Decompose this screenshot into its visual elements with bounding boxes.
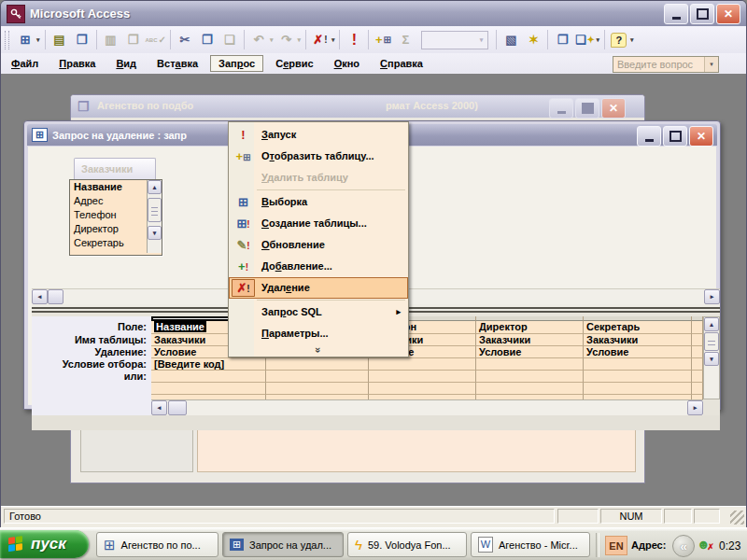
- taskbar-button-query[interactable]: ⊞ Запрос на удал...: [222, 532, 344, 557]
- grid-cell-or[interactable]: [266, 371, 369, 383]
- grid-cell-empty[interactable]: [369, 383, 476, 395]
- print-preview-button[interactable]: ❐: [123, 30, 144, 50]
- menu-item-make-table[interactable]: ⊞! Создание таблицы...: [229, 213, 408, 234]
- run-button[interactable]: !: [344, 30, 364, 50]
- grid-cell-empty[interactable]: [584, 383, 692, 395]
- grid-cell-or[interactable]: [369, 371, 476, 383]
- grid-cell-delete[interactable]: Условие: [584, 346, 692, 358]
- database-window-button[interactable]: ❐: [552, 30, 572, 50]
- grid-cell-field[interactable]: Директор: [476, 321, 584, 334]
- menu-item-update-query[interactable]: ✎! Обновление: [229, 234, 408, 256]
- grid-cell-criteria[interactable]: [266, 358, 369, 371]
- scroll-left-icon[interactable]: ◂: [32, 289, 48, 304]
- menu-view[interactable]: Вид: [107, 55, 145, 72]
- scroll-thumb[interactable]: [48, 289, 63, 304]
- scroll-down-icon[interactable]: ▾: [704, 352, 719, 366]
- scroll-right-icon[interactable]: ▸: [687, 400, 703, 415]
- field-list-header[interactable]: Заказчики: [74, 158, 156, 179]
- help-button[interactable]: ?: [609, 30, 629, 50]
- undo-dropdown-icon[interactable]: ▾: [270, 36, 274, 44]
- query-minimize-button[interactable]: [637, 126, 661, 147]
- menu-window[interactable]: Окно: [326, 55, 368, 72]
- grid-cell-empty[interactable]: [151, 383, 266, 395]
- file-search-button[interactable]: ❐: [72, 30, 92, 50]
- query-close-button[interactable]: ✕: [689, 126, 713, 147]
- paste-button[interactable]: ❏: [219, 30, 240, 50]
- new-object-dropdown-icon[interactable]: ▾: [596, 36, 599, 44]
- menu-insert[interactable]: Вставка: [148, 55, 206, 72]
- taskbar-button-word[interactable]: W Агенство - Micr...: [471, 532, 590, 557]
- view-dropdown-icon[interactable]: ▾: [36, 36, 40, 44]
- undo-button[interactable]: ↶: [248, 30, 269, 50]
- copy-button[interactable]: ❐: [197, 30, 218, 50]
- grid-cell-empty[interactable]: [692, 383, 703, 395]
- save-button[interactable]: ▤: [49, 30, 70, 50]
- messenger-icon[interactable]: ☻✗: [697, 537, 711, 552]
- redo-dropdown-icon[interactable]: ▾: [297, 36, 301, 44]
- grid-cell-or[interactable]: [584, 371, 692, 383]
- grid-cell-table[interactable]: Заказчики: [476, 334, 584, 346]
- scroll-down-icon[interactable]: ▾: [148, 226, 162, 240]
- new-object-button[interactable]: ❏✦: [574, 30, 595, 50]
- menu-item-show-table[interactable]: +⊞ Отобразить таблицу...: [229, 146, 408, 167]
- menu-edit[interactable]: Правка: [50, 55, 104, 72]
- tray-collapse-icon[interactable]: «: [672, 535, 695, 557]
- spelling-button[interactable]: ABC✓: [146, 30, 166, 50]
- cut-button[interactable]: ✂: [175, 30, 195, 50]
- scroll-right-icon[interactable]: ▸: [704, 289, 720, 304]
- close-button[interactable]: ✕: [716, 4, 740, 24]
- resize-grip[interactable]: [730, 511, 744, 525]
- scroll-thumb[interactable]: [704, 332, 719, 351]
- tray-clock[interactable]: 0:23: [719, 539, 740, 553]
- language-indicator[interactable]: EN: [605, 536, 627, 555]
- menu-query[interactable]: Запрос: [210, 55, 263, 72]
- grid-hscrollbar[interactable]: ◂ ▸: [151, 399, 703, 415]
- scroll-thumb[interactable]: [168, 400, 187, 415]
- menu-item-append-query[interactable]: +! Добавление...: [229, 256, 408, 277]
- field-list-scrollbar[interactable]: ▴ ▾: [147, 180, 162, 253]
- question-dropdown-icon[interactable]: ▾: [704, 57, 718, 72]
- show-table-button[interactable]: +⊞: [373, 30, 393, 50]
- grid-cell-criteria[interactable]: [369, 358, 476, 371]
- toolbar-options-icon[interactable]: ▾: [630, 36, 634, 44]
- scroll-up-icon[interactable]: ▴: [148, 180, 162, 194]
- menu-tools[interactable]: Сервис: [267, 55, 321, 72]
- menu-item-sql-query[interactable]: Запрос SQL ▸: [229, 301, 408, 323]
- minimize-button[interactable]: [664, 4, 688, 24]
- print-button[interactable]: ▥: [101, 30, 121, 50]
- menu-file[interactable]: Файл: [3, 55, 47, 72]
- menu-item-parameters[interactable]: Параметры...: [229, 323, 408, 344]
- menu-item-select-query[interactable]: ⊞ Выборка: [229, 191, 408, 213]
- start-button[interactable]: пуск: [0, 530, 89, 558]
- menu-expand-chevron[interactable]: »: [229, 344, 408, 357]
- grid-cell-empty[interactable]: [266, 383, 369, 395]
- totals-button[interactable]: Σ: [395, 30, 416, 50]
- ask-question-box[interactable]: Введите вопрос ▾: [613, 56, 719, 73]
- grid-cell-table[interactable]: Заказчики: [584, 334, 692, 346]
- grid-cell-criteria[interactable]: [476, 358, 584, 371]
- toolbar-grip[interactable]: [5, 31, 9, 49]
- grid-cell-or[interactable]: [692, 371, 703, 383]
- query-maximize-button[interactable]: [663, 126, 687, 147]
- menu-item-run[interactable]: ! Запуск: [229, 124, 408, 146]
- grid-cell-field[interactable]: Секретарь: [584, 321, 692, 334]
- grid-cell-criteria[interactable]: [584, 358, 692, 371]
- grid-vscrollbar[interactable]: ▴ ▾: [703, 316, 720, 399]
- db-minimize-button[interactable]: [549, 98, 573, 119]
- redo-button[interactable]: ↷: [275, 30, 296, 50]
- db-close-button[interactable]: ✕: [601, 98, 626, 119]
- grid-cell-delete[interactable]: [692, 346, 703, 358]
- grid-cell-delete[interactable]: Условие: [476, 346, 584, 358]
- grid-cell-field[interactable]: [692, 321, 703, 334]
- grid-cell-table[interactable]: [692, 334, 703, 346]
- build-button[interactable]: ✶: [523, 30, 543, 50]
- scroll-thumb[interactable]: [148, 198, 162, 222]
- view-button[interactable]: ⊞: [15, 30, 35, 50]
- maximize-button[interactable]: [690, 4, 714, 24]
- taskbar-button-winamp[interactable]: ϟ 59. Volodya Fon...: [347, 532, 467, 557]
- combo-dropdown-icon[interactable]: ▾: [474, 32, 487, 49]
- menu-item-delete-query[interactable]: ✗! Удаление: [229, 277, 408, 299]
- scroll-left-icon[interactable]: ◂: [151, 400, 167, 415]
- grid-cell-empty[interactable]: [476, 383, 584, 395]
- menu-help[interactable]: Справка: [372, 55, 431, 72]
